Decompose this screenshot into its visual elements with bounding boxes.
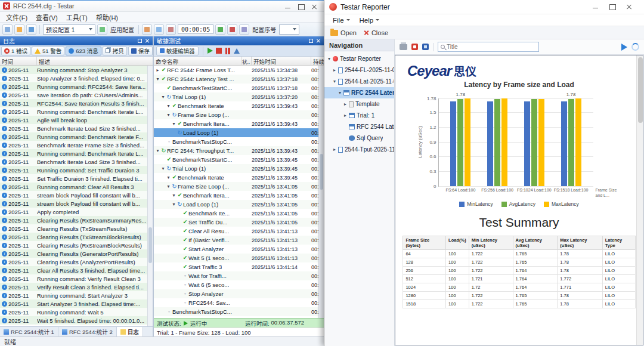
print-icon[interactable]: [400, 44, 407, 50]
command-tree-row[interactable]: ▾✔Benchmark Iterate2025/11/6 13:39:4500:…: [154, 173, 318, 182]
command-tree-row[interactable]: ✔Clear All Resu...2025/11/6 13:41:1300:0…: [154, 227, 318, 236]
column-command-name[interactable]: 命令名称: [154, 57, 242, 65]
command-tree-row[interactable]: ✔BenchmarkTestStartC...2025/11/6 13:37:1…: [154, 84, 318, 92]
stop-test-icon[interactable]: [216, 48, 222, 54]
preset-config-dropdown[interactable]: 预设配置 1: [43, 24, 95, 35]
nav-item[interactable]: ▸2544-Tput-2025-11-0...: [324, 144, 394, 155]
log-row[interactable]: i2025-11Apply completed: [0, 208, 147, 216]
log-row[interactable]: i2025-11Clear All Results 3 finished. El…: [0, 266, 147, 274]
expander-icon[interactable]: ▾: [160, 94, 166, 100]
workspace-tab[interactable]: RFC 2544:统计 1: [0, 327, 58, 336]
expander-icon[interactable]: ▸: [342, 101, 348, 107]
nav-item[interactable]: ▾RFC 2544 Latency S...: [324, 87, 394, 98]
expander-icon[interactable]: ▾: [155, 76, 160, 82]
log-tab-save[interactable]: 保存: [128, 47, 153, 55]
command-tree-row[interactable]: ▾✔Benchmark Iterate2025/11/6 13:39:4300:…: [154, 101, 318, 110]
workspace-tab[interactable]: 日志: [117, 327, 143, 336]
open-button[interactable]: Open: [330, 29, 357, 36]
expander-icon[interactable]: ▸: [342, 113, 348, 118]
maxlatency-bar[interactable]: [501, 98, 507, 186]
apply-config-icon[interactable]: [97, 24, 107, 35]
export-pdf-icon[interactable]: [411, 44, 418, 50]
pin-icon[interactable]: [309, 39, 313, 43]
summary-row[interactable]: 641001.7221.7651.78LILO: [403, 250, 635, 258]
title-search-input[interactable]: [447, 44, 536, 50]
log-scrollbar[interactable]: [147, 66, 153, 326]
command-tree-row[interactable]: ▾↻Frame Size Loop (...2025/11/6 13:41:05…: [154, 182, 318, 191]
report-scrollbar[interactable]: [636, 55, 643, 345]
log-row[interactable]: i2025-11Clearing Results (TxStreamResult…: [0, 224, 147, 233]
log-row[interactable]: i2025-11stream block Payload fill consta…: [0, 199, 147, 208]
command-tree-row[interactable]: ✔Wait 5 (1 seco...2025/11/6 13:41:1300:0…: [154, 254, 318, 262]
menu-item[interactable]: File: [329, 17, 354, 24]
log-row[interactable]: i2025-11Running command: Clear All Resul…: [0, 183, 147, 191]
expander-icon[interactable]: ▸: [332, 67, 338, 73]
expander-icon[interactable]: ▾: [171, 202, 177, 207]
workspace-tab[interactable]: RFC 2544:统计 2: [58, 327, 117, 336]
summary-row[interactable]: 15181001.7221.7651.78LILO: [403, 300, 635, 308]
summary-row[interactable]: 5121001.7211.7641.772LILO: [403, 275, 635, 283]
command-tree-row[interactable]: ▾✔Benchmark Itera...2025/11/6 13:41:0500…: [154, 191, 318, 200]
scrollbar-thumb[interactable]: [320, 154, 323, 190]
minlatency-bar[interactable]: [487, 101, 493, 186]
sequencer-dropdown[interactable]: [279, 24, 299, 35]
log-row[interactable]: i2025-11Running command: Wait 5: [0, 308, 147, 316]
log-row[interactable]: i2025-11stream block Payload fill consta…: [0, 191, 147, 199]
log-row[interactable]: i2025-11Running command: Benchmark Itera…: [0, 149, 147, 157]
stop-traffic-icon[interactable]: [227, 24, 237, 35]
command-tree-row[interactable]: ▾↻Trial Loop (1)2025/11/6 13:37:2000:02:…: [154, 92, 318, 101]
connect-chassis-icon[interactable]: [142, 24, 152, 35]
avglatency-bar[interactable]: [531, 99, 537, 186]
minlatency-bar[interactable]: [450, 101, 456, 186]
log-row[interactable]: i2025-11Stop Analyzer 3 finished. Elapse…: [0, 74, 147, 82]
nav-item[interactable]: RFC 2544 Latency T...: [324, 121, 394, 132]
log-row[interactable]: i2025-11Set Traffic Duraion 3 finished. …: [0, 174, 147, 183]
log-column-description[interactable]: 描述: [37, 57, 153, 65]
command-tree-row[interactable]: ✔Benchmark Ite...2025/11/6 13:41:0500:00…: [154, 209, 318, 218]
log-row[interactable]: i2025-11Clearing Results (TxStreamBlockR…: [0, 233, 147, 241]
expander-icon[interactable]: ▾: [166, 175, 171, 180]
command-tree-row[interactable]: ✔Set Traffic Du...2025/11/6 13:41:0500:0…: [154, 218, 318, 227]
expander-icon[interactable]: ▾: [326, 56, 332, 61]
results-chart-icon[interactable]: [154, 24, 164, 35]
log-row[interactable]: i2025-11Benchmark Iterate Load Size 3 fi…: [0, 124, 147, 132]
scrollbar-thumb[interactable]: [638, 57, 643, 123]
nav-item[interactable]: ▸Template: [324, 98, 394, 110]
log-tab-copy[interactable]: 拷贝: [103, 47, 127, 55]
nav-item[interactable]: ▾2544-Lat-2025-11-06: [324, 76, 394, 87]
command-tree-row[interactable]: ▫BenchmarkTestStopC...00:00:0...: [154, 307, 318, 316]
maximize-button[interactable]: [295, 2, 308, 11]
expander-icon[interactable]: ▾: [160, 166, 166, 171]
command-tree-row[interactable]: ▸✔RFC 2544: Frame Loss T...2025/11/6 13:…: [154, 66, 318, 75]
avglatency-bar[interactable]: [457, 99, 463, 186]
column-start-time[interactable]: 开始时间: [252, 57, 311, 65]
expander-icon[interactable]: ▸: [332, 147, 338, 152]
summary-row[interactable]: 1281001.7221.7651.78LILO: [403, 258, 635, 267]
command-tree-row[interactable]: ▫RFC2544: Sav...00:00:0...: [154, 298, 318, 307]
pin-icon[interactable]: [138, 39, 142, 43]
minlatency-bar[interactable]: [561, 101, 567, 186]
log-row[interactable]: i2025-11Running command: Start Analyzer …: [0, 291, 147, 299]
log-row[interactable]: i2025-11save iteration db path: C:/Users…: [0, 91, 147, 99]
menu-item[interactable]: 查看(V): [32, 12, 62, 23]
command-tree-row[interactable]: ▾↻Trial Loop (1)2025/11/6 13:39:4500:00:…: [154, 164, 318, 173]
avglatency-bar[interactable]: [494, 99, 500, 186]
log-column-time[interactable]: 时间: [0, 57, 37, 65]
close-panel-icon[interactable]: [145, 39, 150, 44]
command-tree-row[interactable]: ▫Wait for Traffi...00:00:0...: [154, 271, 318, 280]
summary-row[interactable]: 10241001.721.7641.771LILO: [403, 283, 635, 292]
save-config-icon[interactable]: [26, 24, 36, 35]
expander-icon[interactable]: ▾: [166, 103, 171, 109]
log-tab-warning[interactable]: 51 警告: [32, 47, 64, 55]
log-row[interactable]: i2025-11Benchmark Iterate Load Size 3 fi…: [0, 157, 147, 166]
minlatency-bar[interactable]: [524, 101, 530, 186]
menu-item[interactable]: 帮助(H): [92, 12, 122, 23]
nav-item[interactable]: ▸Trial: 1: [324, 110, 394, 121]
log-tab-message[interactable]: 623 消息: [66, 47, 101, 55]
command-tree-row[interactable]: ▫Stop Analyzer00:00:0...: [154, 289, 318, 298]
command-tree-row[interactable]: ✔Start Analyzer2025/11/6 13:41:1300:00:0…: [154, 245, 318, 254]
column-duration[interactable]: 持续时间: [311, 57, 324, 65]
move-up-icon[interactable]: [234, 48, 240, 54]
command-tree-row[interactable]: ✔BenchmarkTestStartC...2025/11/6 13:39:4…: [154, 155, 318, 164]
log-row[interactable]: i2025-11Running command: RFC2544: Save I…: [0, 82, 147, 91]
